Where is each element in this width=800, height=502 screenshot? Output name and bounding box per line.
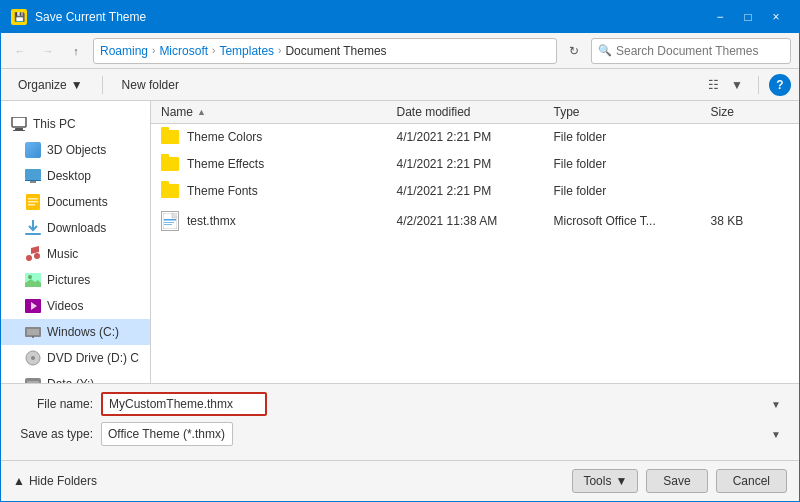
svg-rect-18 [27,329,39,335]
file-name-cell: Theme Colors [161,130,397,144]
bottom-area: File name: ▼ Save as type: Office Theme … [1,383,799,460]
toolbar: Organize ▼ New folder ☷ ▼ ? [1,69,799,101]
sidebar-item-pictures[interactable]: Pictures [1,267,150,293]
breadcrumb-sep-3: › [278,45,281,56]
new-folder-button[interactable]: New folder [113,74,188,96]
music-icon [25,246,41,262]
back-button[interactable]: ← [9,40,31,62]
help-button[interactable]: ? [769,74,791,96]
footer-right: Tools ▼ Save Cancel [572,469,787,493]
file-name: Theme Colors [187,130,262,144]
tools-arrow-icon: ▼ [615,474,627,488]
sidebar-item-windows-c[interactable]: Windows (C:) [1,319,150,345]
organize-button[interactable]: Organize ▼ [9,74,92,96]
title-bar: 💾 Save Current Theme − □ × [1,1,799,33]
sidebar-item-3d-objects[interactable]: 3D Objects [1,137,150,163]
sort-arrow-icon: ▲ [197,107,206,117]
svg-rect-2 [13,130,25,131]
svg-rect-34 [164,224,172,225]
data-y-icon [25,376,41,383]
sidebar-item-data-y[interactable]: Data (Y:) [1,371,150,383]
tools-label: Tools [583,474,611,488]
tools-button[interactable]: Tools ▼ [572,469,638,493]
svg-rect-10 [25,233,41,235]
file-name: Theme Fonts [187,184,258,198]
organize-label: Organize [18,78,67,92]
file-name-cell: Theme Fonts [161,184,397,198]
toolbar-separator [102,76,103,94]
save-button[interactable]: Save [646,469,707,493]
videos-icon [25,298,41,314]
view-button[interactable]: ☷ [702,74,724,96]
file-size: 38 KB [711,214,790,228]
file-date: 4/1/2021 2:21 PM [397,184,554,198]
breadcrumb-item-roaming[interactable]: Roaming [100,44,148,58]
file-date: 4/2/2021 11:38 AM [397,214,554,228]
pc-icon [11,116,27,132]
downloads-icon [25,220,41,236]
sidebar-label-desktop: Desktop [47,169,91,183]
column-type-label: Type [554,105,580,119]
breadcrumb-item-microsoft[interactable]: Microsoft [159,44,208,58]
svg-rect-5 [30,181,36,183]
table-row[interactable]: Theme Effects 4/1/2021 2:21 PM File fold… [151,151,799,178]
svg-rect-29 [163,213,177,229]
column-size-label: Size [711,105,734,119]
column-date-header[interactable]: Date modified [397,105,554,119]
svg-point-14 [28,275,32,279]
folder-icon [161,184,179,198]
title-bar-left: 💾 Save Current Theme [11,9,146,25]
thmx-icon [161,211,179,231]
up-button[interactable]: ↑ [65,40,87,62]
sidebar-item-downloads[interactable]: Downloads [1,215,150,241]
dialog-icon: 💾 [11,9,27,25]
filename-input[interactable] [101,392,267,416]
table-row[interactable]: Theme Colors 4/1/2021 2:21 PM File folde… [151,124,799,151]
file-type: File folder [554,184,711,198]
search-input[interactable] [616,44,784,58]
view-dropdown-button[interactable]: ▼ [726,74,748,96]
main-content: This PC 3D Objects Desktop Documents [1,101,799,383]
save-theme-dialog: 💾 Save Current Theme − □ × ← → ↑ Roaming… [0,0,800,502]
forward-button[interactable]: → [37,40,59,62]
footer: ▲ Hide Folders Tools ▼ Save Cancel [1,460,799,501]
sidebar-item-dvd-d[interactable]: DVD Drive (D:) C [1,345,150,371]
table-row[interactable]: Theme Fonts 4/1/2021 2:21 PM File folder [151,178,799,205]
breadcrumb-sep-2: › [212,45,215,56]
svg-point-19 [32,336,34,338]
sidebar-label-pictures: Pictures [47,273,90,287]
filename-label: File name: [13,397,93,411]
minimize-button[interactable]: − [707,7,733,27]
sidebar-item-music[interactable]: Music [1,241,150,267]
column-date-label: Date modified [397,105,471,119]
new-folder-label: New folder [122,78,179,92]
column-name-label: Name [161,105,193,119]
sidebar-item-documents[interactable]: Documents [1,189,150,215]
refresh-button[interactable]: ↻ [563,40,585,62]
svg-rect-9 [28,204,35,206]
file-list: Theme Colors 4/1/2021 2:21 PM File folde… [151,124,799,383]
column-type-header[interactable]: Type [554,105,711,119]
close-button[interactable]: × [763,7,789,27]
hide-folders-chevron-icon: ▲ [13,474,25,488]
sidebar-label-windows-c: Windows (C:) [47,325,119,339]
column-name-header[interactable]: Name ▲ [161,105,397,119]
cancel-button[interactable]: Cancel [716,469,787,493]
file-type: File folder [554,130,711,144]
svg-rect-4 [25,180,41,181]
sidebar-item-desktop[interactable]: Desktop [1,163,150,189]
column-size-header[interactable]: Size [711,105,790,119]
maximize-button[interactable]: □ [735,7,761,27]
breadcrumb-sep-1: › [152,45,155,56]
sidebar-item-this-pc[interactable]: This PC [1,111,150,137]
documents-icon [25,194,41,210]
table-row[interactable]: test.thmx 4/2/2021 11:38 AM Microsoft Of… [151,205,799,238]
search-box: 🔍 [591,38,791,64]
sidebar-item-videos[interactable]: Videos [1,293,150,319]
svg-rect-32 [164,219,176,221]
title-controls: − □ × [707,7,789,27]
hide-folders-button[interactable]: ▲ Hide Folders [13,474,97,488]
savetype-select[interactable]: Office Theme (*.thmx) [101,422,233,446]
breadcrumb-item-templates[interactable]: Templates [219,44,274,58]
filename-dropdown-arrow-icon[interactable]: ▼ [771,399,781,410]
